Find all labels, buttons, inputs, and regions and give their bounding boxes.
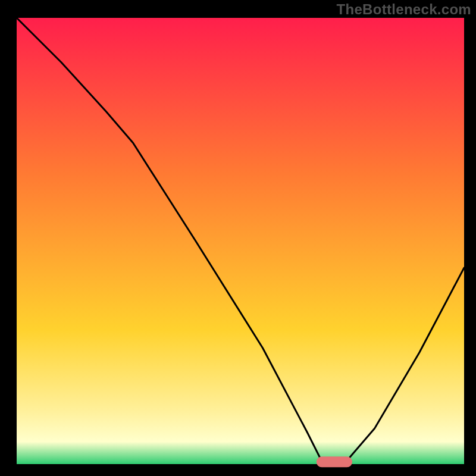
- optimum-marker: [317, 456, 352, 467]
- plot-background-gradient: [17, 18, 464, 464]
- bottleneck-chart: [0, 0, 476, 476]
